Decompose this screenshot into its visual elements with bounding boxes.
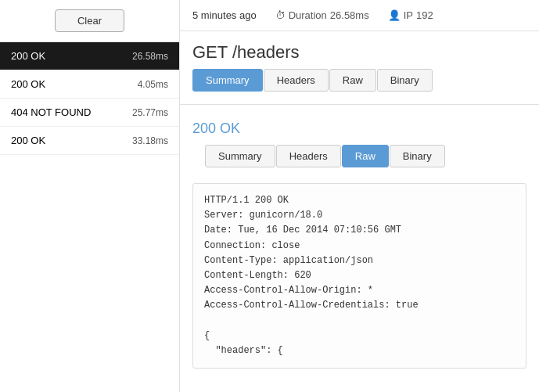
right-panel: 5 minutes ago ⏱ Duration 26.58ms 👤 IP 19… xyxy=(180,0,539,392)
duration-value: 26.58ms xyxy=(330,9,369,21)
duration-info: ⏱ Duration 26.58ms xyxy=(275,9,369,21)
clear-button[interactable]: Clear xyxy=(55,9,124,32)
request-status: 200 OK xyxy=(11,135,45,146)
request-item[interactable]: 200 OK 26.58ms xyxy=(0,42,179,70)
ip-value: 192 xyxy=(416,9,433,21)
duration-label: Duration xyxy=(289,9,327,21)
ip-label: IP xyxy=(404,9,413,21)
request-item[interactable]: 200 OK 33.18ms xyxy=(0,127,179,155)
response-tab-raw[interactable]: Raw xyxy=(342,145,389,167)
response-tab-group: SummaryHeadersRawBinary xyxy=(192,145,526,177)
response-tab-headers[interactable]: Headers xyxy=(276,145,341,167)
clear-button-row: Clear xyxy=(0,0,179,42)
ip-info: 👤 IP 192 xyxy=(388,9,433,21)
response-status: 200 OK xyxy=(192,120,526,137)
request-duration: 25.77ms xyxy=(132,107,168,118)
request-item[interactable]: 404 NOT FOUND 25.77ms xyxy=(0,99,179,127)
request-list: 200 OK 26.58ms 200 OK 4.05ms 404 NOT FOU… xyxy=(0,42,179,392)
request-tab-summary[interactable]: Summary xyxy=(192,69,263,92)
time-ago: 5 minutes ago xyxy=(192,9,257,21)
request-status: 404 NOT FOUND xyxy=(11,106,91,118)
request-title: GET /headers xyxy=(180,31,539,69)
response-section: 200 OK SummaryHeadersRawBinary HTTP/1.1 … xyxy=(180,114,539,378)
request-method: GET xyxy=(192,42,228,62)
request-item[interactable]: 200 OK 4.05ms xyxy=(0,70,179,99)
request-duration: 33.18ms xyxy=(132,135,168,146)
request-duration: 26.58ms xyxy=(132,51,168,62)
section-divider xyxy=(180,104,539,105)
request-tab-headers[interactable]: Headers xyxy=(264,69,329,92)
request-tab-group: SummaryHeadersRawBinary xyxy=(180,69,539,101)
user-icon: 👤 xyxy=(388,9,401,21)
response-tab-binary[interactable]: Binary xyxy=(390,145,445,167)
request-tab-binary[interactable]: Binary xyxy=(377,69,433,92)
request-tab-raw[interactable]: Raw xyxy=(329,69,376,92)
response-tab-summary[interactable]: Summary xyxy=(205,145,275,167)
request-duration: 4.05ms xyxy=(138,79,168,90)
clock-icon: ⏱ xyxy=(275,9,286,21)
top-bar: 5 minutes ago ⏱ Duration 26.58ms 👤 IP 19… xyxy=(180,0,539,31)
request-status: 200 OK xyxy=(11,50,45,62)
left-panel: Clear 200 OK 26.58ms 200 OK 4.05ms 404 N… xyxy=(0,0,180,392)
request-path: /headers xyxy=(232,42,300,62)
response-raw-content: HTTP/1.1 200 OK Server: gunicorn/18.0 Da… xyxy=(192,183,526,369)
request-status: 200 OK xyxy=(11,78,45,90)
